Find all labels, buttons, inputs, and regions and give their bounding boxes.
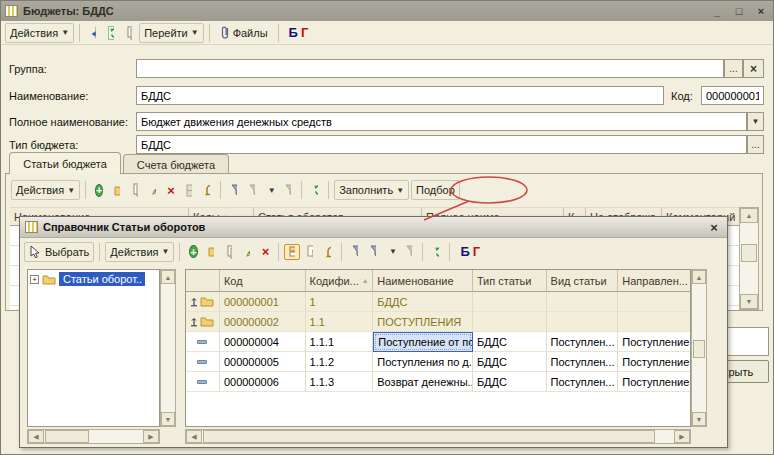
- actions-menu-button[interactable]: Действия ▼: [5, 23, 74, 43]
- write-close-button[interactable]: [85, 25, 101, 41]
- table-cell[interactable]: 000000006: [220, 372, 306, 392]
- table-row[interactable]: 0000000061.1.3Возврат денежны...БДДСПост…: [186, 372, 690, 392]
- add-button[interactable]: +: [91, 182, 107, 198]
- table-cell[interactable]: 000000002: [220, 312, 306, 332]
- table-cell[interactable]: 1.1: [306, 312, 374, 332]
- table-cell[interactable]: Возврат денежны...: [373, 372, 473, 392]
- scroll-right-icon[interactable]: ▶: [674, 430, 690, 443]
- table-cell[interactable]: БДДС: [473, 332, 547, 352]
- scroll-down-icon[interactable]: ▼: [161, 412, 175, 426]
- items-table-vscroll[interactable]: ▲ ▼: [739, 207, 759, 310]
- pick-button[interactable]: Подбор: [411, 180, 460, 200]
- table-row[interactable]: 0000000011БДДС: [186, 292, 690, 312]
- table-row[interactable]: 0000000051.1.2Поступления по д...БДДСПос…: [186, 352, 690, 372]
- fullname-input[interactable]: [136, 112, 747, 131]
- group-clear-button[interactable]: ×: [743, 59, 764, 78]
- code-input[interactable]: [701, 86, 764, 105]
- budget-type-input[interactable]: [136, 135, 747, 154]
- scroll-thumb[interactable]: [693, 340, 705, 358]
- table-cell[interactable]: 1: [306, 292, 374, 312]
- row-type-icon-cell[interactable]: [186, 312, 220, 332]
- table-cell[interactable]: 000000001: [220, 292, 306, 312]
- table-cell[interactable]: [547, 292, 619, 312]
- undo-button[interactable]: [320, 244, 336, 260]
- group-input[interactable]: [136, 59, 724, 78]
- add-button[interactable]: +: [185, 244, 201, 260]
- scroll-left-icon[interactable]: ◀: [28, 430, 44, 443]
- filter-by-value-button[interactable]: [244, 182, 260, 198]
- reread-button[interactable]: [103, 25, 119, 41]
- dialog-table-hscroll[interactable]: ◀ ▶: [185, 429, 691, 444]
- table-cell[interactable]: [618, 312, 690, 332]
- table-row[interactable]: 0000000041.1.1Поступление от по...БДДСПо…: [186, 332, 690, 352]
- table-cell[interactable]: 000000005: [220, 352, 306, 372]
- table-cell[interactable]: 1.1.2: [306, 352, 374, 372]
- table-cell[interactable]: [473, 292, 547, 312]
- goto-menu-button[interactable]: Перейти ▼: [139, 23, 204, 43]
- column-header[interactable]: Кодифи...▲: [306, 270, 374, 292]
- select-button[interactable]: Выбрать: [24, 242, 94, 262]
- scroll-up-icon[interactable]: ▲: [740, 208, 758, 223]
- edit-button[interactable]: [145, 182, 161, 198]
- column-header[interactable]: Тип статьи: [473, 270, 547, 292]
- name-input[interactable]: [136, 86, 664, 105]
- set-filter-button[interactable]: [226, 182, 242, 198]
- add-group-button[interactable]: [109, 182, 125, 198]
- table-cell[interactable]: Поступление: [618, 352, 690, 372]
- copy-row-button[interactable]: [221, 244, 237, 260]
- column-header[interactable]: Наименование: [373, 270, 473, 292]
- close-button[interactable]: ×: [753, 4, 769, 18]
- hierarchy-view-button[interactable]: [284, 244, 300, 260]
- table-cell[interactable]: Поступления по д...: [373, 352, 473, 372]
- undo-button[interactable]: [199, 182, 215, 198]
- bg-logo-button[interactable]: БГ: [455, 242, 485, 262]
- table-cell[interactable]: [473, 312, 547, 332]
- table-cell[interactable]: [547, 312, 619, 332]
- tab-budget-items[interactable]: Статьи бюджета: [9, 152, 121, 174]
- filter-by-value-button[interactable]: [365, 244, 381, 260]
- refresh-button[interactable]: [428, 244, 444, 260]
- column-header[interactable]: Вид статьи: [547, 270, 619, 292]
- edit-button[interactable]: [239, 244, 255, 260]
- filter-history-button[interactable]: ▼: [383, 244, 399, 260]
- fill-menu-button[interactable]: Заполнить ▼: [334, 180, 409, 200]
- items-actions-menu[interactable]: Действия ▼: [11, 180, 80, 200]
- expand-icon[interactable]: +: [30, 275, 39, 284]
- scroll-up-icon[interactable]: ▲: [692, 270, 706, 284]
- column-header[interactable]: Направлен...: [618, 270, 690, 292]
- table-cell[interactable]: БДДС: [473, 372, 547, 392]
- dialog-actions-menu[interactable]: Действия ▼: [105, 242, 174, 262]
- copy-row-button[interactable]: [127, 182, 143, 198]
- refresh-button[interactable]: [307, 182, 323, 198]
- table-cell[interactable]: Поступлен...: [547, 332, 619, 352]
- row-type-icon-cell[interactable]: [186, 352, 220, 372]
- table-cell[interactable]: БДДС: [473, 352, 547, 372]
- tab-budget-accounts[interactable]: Счета бюджета: [123, 154, 229, 174]
- table-cell[interactable]: 000000004: [220, 332, 306, 352]
- dialog-close-button[interactable]: ×: [706, 220, 722, 234]
- group-ellipsis-button[interactable]: ...: [724, 59, 743, 78]
- maximize-button[interactable]: □: [731, 4, 747, 18]
- scroll-down-icon[interactable]: ▼: [692, 412, 706, 426]
- scroll-up-icon[interactable]: ▲: [161, 270, 175, 284]
- table-cell[interactable]: Поступлен...: [547, 352, 619, 372]
- table-cell[interactable]: 1.1.3: [306, 372, 374, 392]
- table-cell[interactable]: [618, 292, 690, 312]
- table-cell[interactable]: Поступление: [618, 332, 690, 352]
- dialog-table-vscroll[interactable]: ▲ ▼: [691, 269, 707, 427]
- table-cell[interactable]: БДДС: [373, 292, 473, 312]
- row-type-icon-cell[interactable]: [186, 332, 220, 352]
- copy-button[interactable]: [121, 25, 137, 41]
- grid-button[interactable]: [181, 182, 197, 198]
- scroll-thumb[interactable]: [203, 430, 655, 443]
- column-header[interactable]: [186, 270, 220, 292]
- table-cell[interactable]: Поступление: [618, 372, 690, 392]
- add-group-button[interactable]: [203, 244, 219, 260]
- select-row-button[interactable]: [302, 244, 318, 260]
- row-type-icon-cell[interactable]: [186, 292, 220, 312]
- clear-filter-button[interactable]: [280, 182, 296, 198]
- bg-logo-button[interactable]: БГ: [284, 23, 314, 43]
- budget-type-ellipsis-button[interactable]: ...: [747, 135, 764, 154]
- column-header[interactable]: Код: [220, 270, 306, 292]
- fullname-dropdown-button[interactable]: ▼: [747, 112, 764, 131]
